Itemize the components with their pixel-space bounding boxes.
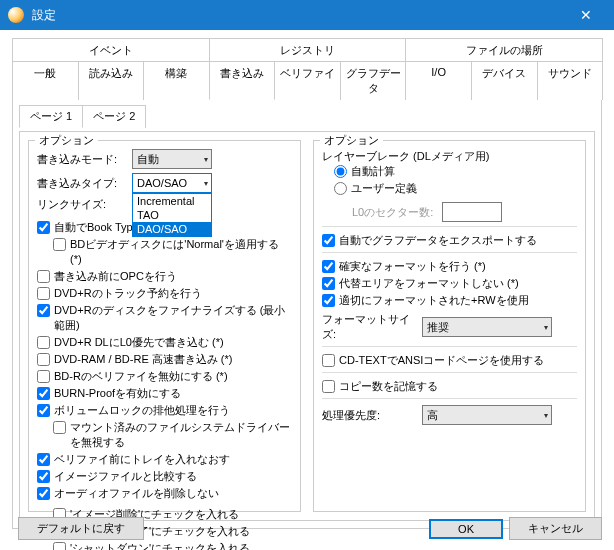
left-check2-label-2: 'シャットダウン'にチェックを入れる	[70, 541, 250, 550]
format-check-label-1: 代替エリアをフォーマットしない (*)	[339, 276, 519, 291]
left-check-6[interactable]	[37, 353, 50, 366]
chevron-down-icon: ▾	[204, 155, 208, 164]
left-check-label-13: オーディオファイルを削除しない	[54, 486, 219, 501]
window-title: 設定	[32, 7, 566, 24]
cdtext-check[interactable]	[322, 354, 335, 367]
app-icon	[8, 7, 24, 23]
tab-graphdata[interactable]: グラフデータ	[340, 61, 407, 100]
left-check-label-11: ベリファイ前にトレイを入れなおす	[54, 452, 230, 467]
left-group-title: オプション	[35, 133, 98, 148]
l0-sectors-label: L0のセクター数:	[352, 205, 442, 220]
left-check-5[interactable]	[37, 336, 50, 349]
left-check-9[interactable]	[37, 404, 50, 417]
tab-file-locations[interactable]: ファイルの場所	[405, 38, 603, 62]
left-check-label-8: BURN-Proofを有効にする	[54, 386, 181, 401]
left-check-10[interactable]	[53, 421, 66, 434]
tab-events[interactable]: イベント	[12, 38, 210, 62]
write-mode-value: 自動	[137, 152, 159, 167]
write-type-label: 書き込みタイプ:	[37, 176, 132, 191]
left-check-12[interactable]	[37, 470, 50, 483]
left-check-label-3: DVD+Rのトラック予約を行う	[54, 286, 202, 301]
write-type-combo[interactable]: DAO/SAO ▾ Incremental TAO DAO/SAO	[132, 173, 212, 193]
left-check-2[interactable]	[37, 270, 50, 283]
left-check-label-4: DVD+Rのディスクをファイナライズする (最小範囲)	[54, 303, 292, 333]
write-type-opt-daosao[interactable]: DAO/SAO	[133, 222, 211, 236]
layerbreak-user-label: ユーザー定義	[351, 181, 417, 196]
chevron-down-icon: ▾	[544, 411, 548, 420]
link-size-label: リンクサイズ:	[37, 197, 132, 212]
left-check-label-2: 書き込み前にOPCを行う	[54, 269, 177, 284]
write-type-value: DAO/SAO	[137, 177, 187, 189]
subtab-page2[interactable]: ページ 2	[82, 105, 146, 128]
auto-export-check[interactable]	[322, 234, 335, 247]
tabs-row-2: 一般 読み込み 構築 書き込み ベリファイ グラフデータ I/O デバイス サウ…	[12, 61, 602, 100]
tab-general[interactable]: 一般	[12, 61, 79, 100]
left-check2-2[interactable]	[53, 542, 66, 550]
tab-io[interactable]: I/O	[405, 61, 472, 100]
left-check-7[interactable]	[37, 370, 50, 383]
format-check-0[interactable]	[322, 260, 335, 273]
tab-read[interactable]: 読み込み	[78, 61, 145, 100]
remember-copies-check[interactable]	[322, 380, 335, 393]
format-check-1[interactable]	[322, 277, 335, 290]
left-check-label-10: マウント済みのファイルシステムドライバーを無視する	[70, 420, 292, 450]
tab-registry[interactable]: レジストリ	[209, 38, 407, 62]
layerbreak-label: レイヤーブレーク (DLメディア用)	[322, 149, 577, 164]
subtab-page1[interactable]: ページ 1	[19, 105, 83, 128]
layerbreak-auto-label: 自動計算	[351, 164, 395, 179]
write-type-opt-incremental[interactable]: Incremental	[133, 194, 211, 208]
layerbreak-user-radio[interactable]	[334, 182, 347, 195]
cdtext-label: CD-TEXTでANSIコードページを使用する	[339, 353, 544, 368]
left-check-3[interactable]	[37, 287, 50, 300]
tab-verify[interactable]: ベリファイ	[274, 61, 341, 100]
left-check-label-9: ボリュームロックの排他処理を行う	[54, 403, 230, 418]
tab-device[interactable]: デバイス	[471, 61, 538, 100]
titlebar: 設定 ✕	[0, 0, 614, 30]
format-check-label-0: 確実なフォーマットを行う (*)	[339, 259, 486, 274]
format-size-value: 推奨	[427, 320, 449, 335]
format-size-combo[interactable]: 推奨 ▾	[422, 317, 552, 337]
left-check-11[interactable]	[37, 453, 50, 466]
format-check-2[interactable]	[322, 294, 335, 307]
layerbreak-auto-radio[interactable]	[334, 165, 347, 178]
priority-value: 高	[427, 408, 438, 423]
left-check-label-1: BDビデオディスクには'Normal'を適用する (*)	[70, 237, 292, 267]
l0-sectors-input[interactable]	[442, 202, 502, 222]
format-size-label: フォーマットサイズ:	[322, 312, 422, 342]
subtabs: ページ 1 ページ 2	[19, 105, 595, 128]
chevron-down-icon: ▾	[204, 179, 208, 188]
remember-copies-label: コピー数を記憶する	[339, 379, 438, 394]
tab-build[interactable]: 構築	[143, 61, 210, 100]
right-group-title: オプション	[320, 133, 383, 148]
write-mode-label: 書き込みモード:	[37, 152, 132, 167]
priority-combo[interactable]: 高 ▾	[422, 405, 552, 425]
priority-label: 処理優先度:	[322, 408, 422, 423]
ok-button[interactable]: OK	[429, 519, 503, 539]
auto-export-label: 自動でグラフデータをエクスポートする	[339, 233, 537, 248]
chevron-down-icon: ▾	[544, 323, 548, 332]
tabs-row-1: イベント レジストリ ファイルの場所	[12, 38, 602, 62]
left-check-label-7: BD-Rのベリファイを無効にする (*)	[54, 369, 228, 384]
write-type-dropdown: Incremental TAO DAO/SAO	[132, 193, 212, 237]
close-icon[interactable]: ✕	[566, 7, 606, 23]
left-check-label-6: DVD-RAM / BD-RE 高速書き込み (*)	[54, 352, 232, 367]
cancel-button[interactable]: キャンセル	[509, 517, 602, 540]
defaults-button[interactable]: デフォルトに戻す	[18, 517, 144, 540]
left-check-label-12: イメージファイルと比較する	[54, 469, 197, 484]
left-check-0[interactable]	[37, 221, 50, 234]
write-mode-combo[interactable]: 自動 ▾	[132, 149, 212, 169]
left-check-4[interactable]	[37, 304, 50, 317]
format-check-label-2: 適切にフォーマットされた+RWを使用	[339, 293, 529, 308]
tab-write[interactable]: 書き込み	[209, 61, 276, 100]
left-check-8[interactable]	[37, 387, 50, 400]
write-type-opt-tao[interactable]: TAO	[133, 208, 211, 222]
left-check-1[interactable]	[53, 238, 66, 251]
tab-sound[interactable]: サウンド	[537, 61, 604, 100]
left-check-13[interactable]	[37, 487, 50, 500]
left-check-label-5: DVD+R DLにL0優先で書き込む (*)	[54, 335, 224, 350]
